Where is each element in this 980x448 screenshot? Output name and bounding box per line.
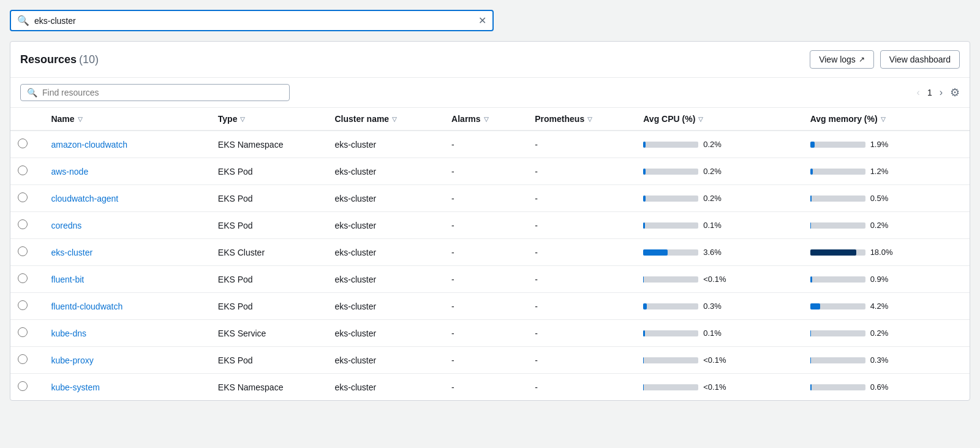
- next-page-button[interactable]: ›: [937, 86, 945, 99]
- avg-memory-value: 0.6%: [870, 382, 889, 392]
- row-alarms-cell: -: [444, 131, 527, 158]
- avg-memory-value: 0.2%: [870, 221, 889, 230]
- row-radio[interactable]: [18, 246, 28, 256]
- prev-page-button[interactable]: ‹: [914, 86, 922, 99]
- row-prometheus-cell: -: [527, 347, 636, 374]
- row-prometheus-cell: -: [527, 239, 636, 266]
- resource-name-link[interactable]: fluent-bit: [51, 275, 84, 284]
- avg-cpu-value: <0.1%: [703, 382, 726, 392]
- row-checkbox-cell[interactable]: [10, 131, 43, 158]
- resource-name-link[interactable]: coredns: [51, 221, 81, 230]
- row-checkbox-cell[interactable]: [10, 266, 43, 293]
- row-checkbox-cell[interactable]: [10, 347, 43, 374]
- row-cluster-cell: eks-cluster: [327, 131, 444, 158]
- col-header-avg-cpu[interactable]: Avg CPU (%) ▽: [636, 108, 802, 131]
- row-alarms-cell: -: [444, 347, 527, 374]
- row-radio[interactable]: [18, 354, 28, 364]
- row-alarms-cell: -: [444, 266, 527, 293]
- row-name-cell: kube-proxy: [43, 347, 210, 374]
- header-actions: View logs ↗ View dashboard: [810, 50, 960, 69]
- row-radio[interactable]: [18, 381, 28, 391]
- row-radio[interactable]: [18, 192, 28, 202]
- row-alarms-cell: -: [444, 293, 527, 320]
- row-avg-memory-cell: 0.2%: [803, 212, 970, 239]
- view-dashboard-button[interactable]: View dashboard: [880, 50, 960, 69]
- row-type-cell: EKS Pod: [211, 185, 328, 212]
- row-radio[interactable]: [18, 165, 28, 175]
- avg-memory-value: 18.0%: [870, 248, 893, 257]
- avg-cpu-value: 0.1%: [703, 221, 722, 230]
- resource-name-link[interactable]: aws-node: [51, 167, 88, 177]
- resource-name-link[interactable]: kube-proxy: [51, 355, 93, 365]
- col-header-cluster[interactable]: Cluster name ▽: [327, 108, 444, 131]
- row-avg-cpu-cell: <0.1%: [636, 266, 802, 293]
- row-checkbox-cell[interactable]: [10, 374, 43, 401]
- row-avg-memory-cell: 4.2%: [803, 293, 970, 320]
- sort-icon-cluster: ▽: [392, 116, 397, 123]
- row-avg-cpu-cell: 0.3%: [636, 293, 802, 320]
- row-radio[interactable]: [18, 273, 28, 283]
- col-header-name[interactable]: Name ▽: [43, 108, 210, 131]
- row-radio[interactable]: [18, 139, 28, 148]
- resources-panel: Resources (10) View logs ↗ View dashboar…: [10, 41, 970, 401]
- view-logs-label: View logs: [819, 55, 856, 64]
- avg-memory-value: 1.9%: [870, 140, 889, 149]
- row-alarms-cell: -: [444, 374, 527, 401]
- resource-name-link[interactable]: kube-dns: [51, 328, 86, 338]
- row-checkbox-cell[interactable]: [10, 320, 43, 347]
- global-search-bar: 🔍 eks-cluster ✕: [10, 10, 494, 31]
- row-type-cell: EKS Pod: [211, 266, 328, 293]
- row-alarms-cell: -: [444, 320, 527, 347]
- row-avg-cpu-cell: 0.1%: [636, 212, 802, 239]
- row-avg-memory-cell: 0.6%: [803, 374, 970, 401]
- row-radio[interactable]: [18, 219, 28, 229]
- avg-cpu-value: <0.1%: [703, 275, 726, 284]
- col-header-avg-memory[interactable]: Avg memory (%) ▽: [803, 108, 970, 131]
- search-icon: 🔍: [17, 15, 29, 26]
- row-checkbox-cell[interactable]: [10, 185, 43, 212]
- row-prometheus-cell: -: [527, 212, 636, 239]
- row-cluster-cell: eks-cluster: [327, 320, 444, 347]
- row-radio[interactable]: [18, 300, 28, 310]
- external-link-icon: ↗: [859, 55, 865, 64]
- avg-cpu-value: 0.1%: [703, 328, 722, 338]
- row-cluster-cell: eks-cluster: [327, 158, 444, 185]
- resource-name-link[interactable]: amazon-cloudwatch: [51, 140, 127, 150]
- table-row: fluent-bit EKS Pod eks-cluster - - <0.1%…: [10, 266, 970, 293]
- row-avg-memory-cell: 18.0%: [803, 239, 970, 266]
- filter-search-input[interactable]: [42, 88, 283, 97]
- filter-search-wrapper: 🔍: [20, 84, 290, 101]
- settings-icon[interactable]: ⚙: [950, 86, 960, 99]
- col-header-alarms[interactable]: Alarms ▽: [444, 108, 527, 131]
- page-wrapper: 🔍 eks-cluster ✕ Resources (10) View logs…: [0, 0, 980, 448]
- resource-name-link[interactable]: fluentd-cloudwatch: [51, 302, 123, 311]
- col-header-type[interactable]: Type ▽: [211, 108, 328, 131]
- col-header-prometheus[interactable]: Prometheus ▽: [527, 108, 636, 131]
- col-header-checkbox: [10, 108, 43, 131]
- row-checkbox-cell[interactable]: [10, 212, 43, 239]
- row-cluster-cell: eks-cluster: [327, 185, 444, 212]
- sort-icon-avg-cpu: ▽: [698, 116, 703, 123]
- row-checkbox-cell[interactable]: [10, 293, 43, 320]
- row-name-cell: cloudwatch-agent: [43, 185, 210, 212]
- clear-icon[interactable]: ✕: [478, 15, 486, 26]
- global-search-input[interactable]: eks-cluster: [34, 16, 478, 26]
- row-avg-memory-cell: 1.2%: [803, 158, 970, 185]
- resource-name-link[interactable]: kube-system: [51, 382, 99, 392]
- row-checkbox-cell[interactable]: [10, 158, 43, 185]
- avg-memory-value: 0.9%: [870, 275, 889, 284]
- view-logs-button[interactable]: View logs ↗: [810, 50, 874, 69]
- avg-cpu-value: 0.2%: [703, 194, 722, 203]
- resource-name-link[interactable]: eks-cluster: [51, 248, 92, 257]
- row-radio[interactable]: [18, 327, 28, 337]
- panel-title-group: Resources (10): [20, 53, 99, 66]
- row-avg-memory-cell: 1.9%: [803, 131, 970, 158]
- resource-name-link[interactable]: cloudwatch-agent: [51, 194, 118, 203]
- row-checkbox-cell[interactable]: [10, 239, 43, 266]
- pagination-controls: ‹ 1 › ⚙: [914, 86, 960, 99]
- avg-memory-value: 0.5%: [870, 194, 889, 203]
- sort-icon-avg-memory: ▽: [881, 116, 886, 123]
- row-prometheus-cell: -: [527, 374, 636, 401]
- page-number: 1: [927, 88, 932, 97]
- row-prometheus-cell: -: [527, 320, 636, 347]
